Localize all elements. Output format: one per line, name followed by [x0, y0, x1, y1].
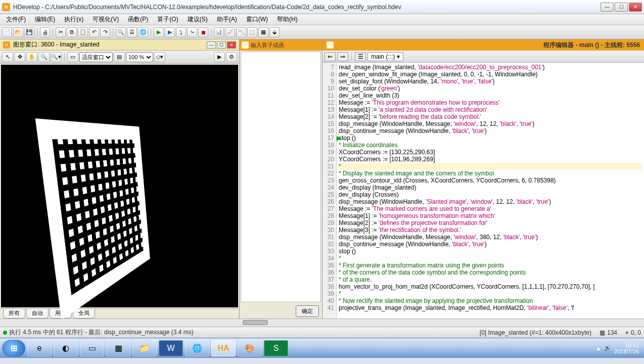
chart5-icon[interactable]: ▦ — [258, 27, 268, 37]
stop-icon[interactable]: ⏹ — [198, 27, 208, 37]
tray-net-icon[interactable]: 🔊 — [604, 345, 611, 351]
undo-icon[interactable]: ↶ — [89, 27, 99, 37]
taskbar-app2-icon[interactable]: ▦ — [106, 340, 130, 356]
taskbar-browser-icon[interactable]: 🌐 — [185, 340, 209, 356]
graphic-window-title: 图形窗口: 3600 - Image_slanted — [13, 40, 100, 49]
graphic-window-pane: H 图形窗口: 3600 - Image_slanted — ☐ ✕ ↖ ✥ ✋… — [0, 39, 240, 318]
paste-icon[interactable]: 📋 — [78, 27, 88, 37]
step-over-icon[interactable]: ⤵ — [176, 27, 186, 37]
code-body[interactable]: read_image (Image_slanted, 'datacode/ecc… — [337, 63, 644, 318]
status-left: 执行 4.5 ms 中的 61 程序行 - 最后: disp_continue_… — [9, 328, 194, 337]
statusbar: 执行 4.5 ms 中的 61 程序行 - 最后: disp_continue_… — [0, 327, 644, 338]
gw-minimize[interactable]: — — [207, 41, 216, 49]
menu-item[interactable]: 可视化(V) — [88, 14, 123, 25]
operator-input-pane: 输入算子或函 确定 — [240, 39, 323, 318]
code-area[interactable]: 7 8 9 10 11 12 13 14 15 16 17 18 19 20 2… — [323, 63, 644, 318]
menu-item[interactable]: 算子(O) — [153, 14, 182, 25]
step-into-icon[interactable]: ⤷ — [187, 27, 197, 37]
taskbar-ie-icon[interactable]: e — [27, 340, 52, 356]
status-num: 134 — [607, 329, 617, 336]
horizontal-scrollbar[interactable] — [0, 318, 644, 327]
fit-select[interactable]: 适应窗口 — [79, 52, 113, 62]
status-dot-icon — [3, 331, 7, 335]
status-image: [0] Image_slanted (#=1: 400x400x1xbyte) — [480, 329, 591, 336]
function-combo[interactable]: main (:::) ▾ — [367, 52, 403, 61]
hand-icon[interactable]: ✋ — [26, 52, 37, 62]
minimize-button[interactable]: — — [601, 3, 614, 12]
open-icon[interactable]: 📂 — [13, 27, 23, 37]
editor-title: 程序编辑器 - main () - 主线程: 5556 — [543, 41, 640, 50]
menu-item[interactable]: 建议(S) — [183, 14, 212, 25]
taskbar-hdevelop-icon[interactable]: HA — [211, 340, 236, 356]
operator-input-area[interactable] — [241, 52, 321, 302]
save-icon[interactable]: 💾 — [24, 27, 34, 37]
halcon-icon: H — [3, 41, 10, 49]
chart4-icon[interactable]: ⬚ — [247, 27, 257, 37]
menu-item[interactable]: 执行(x) — [60, 14, 87, 25]
system-tray[interactable]: ▲ 🔊 10:112018/7/26 — [592, 342, 642, 354]
menu-item[interactable]: 编辑(E) — [31, 14, 59, 25]
zoom-level-icon[interactable]: ▤ — [114, 52, 125, 62]
operator-input-label: 输入算子或函 — [251, 41, 284, 49]
menu-item[interactable]: 文件(F) — [2, 14, 30, 25]
new-icon[interactable]: 📄 — [2, 27, 12, 37]
find-icon[interactable]: 🔍 — [116, 27, 126, 37]
menu-item[interactable]: 函数(P) — [124, 14, 152, 25]
gw-close[interactable]: ✕ — [227, 41, 236, 49]
cut-icon[interactable]: ✂ — [56, 27, 66, 37]
zoom-dropdown-icon[interactable]: 🔍▾ — [51, 52, 62, 62]
graphic-window-titlebar: H 图形窗口: 3600 - Image_slanted — ☐ ✕ — [0, 39, 239, 51]
program-editor-pane: 程序编辑器 - main () - 主线程: 5556 ⇐ ⇒ ☰ main (… — [323, 39, 644, 318]
line-gutter: 7 8 9 10 11 12 13 14 15 16 17 18 19 20 2… — [323, 63, 337, 318]
move-icon[interactable]: ✥ — [14, 52, 25, 62]
title-text: HDevelop - C:/Users/Public/Documents/MVT… — [13, 4, 401, 11]
color-icon[interactable]: ◇▾ — [154, 52, 165, 62]
globe-icon[interactable]: 🌐 — [138, 27, 148, 37]
zoom-icon[interactable]: 🔍 — [38, 52, 50, 62]
step-icon[interactable]: ▶ — [165, 27, 175, 37]
start-button[interactable]: ⊞ — [2, 340, 25, 357]
taskbar: ⊞ e ◐ ▭ ▦ 📁 W 🌐 HA 🎨 S ▲ 🔊 10:112018/7/2… — [0, 338, 644, 358]
copy-icon[interactable]: ⧉ — [67, 27, 77, 37]
graphic-toolbar: ↖ ✥ ✋ 🔍 🔍▾ ▭ 适应窗口 ▤ 100 % ◇▾ ▶ ⚙ — [0, 51, 239, 64]
taskbar-app1-icon[interactable]: ▭ — [80, 340, 104, 356]
gear-icon[interactable]: ⚙ — [226, 52, 237, 62]
tray-flag-icon[interactable]: ▲ — [595, 345, 601, 351]
tab-所有[interactable]: 所有 — [3, 309, 25, 318]
taskbar-explorer-icon[interactable]: 📁 — [132, 340, 157, 356]
run-small-icon[interactable]: ▶ — [214, 52, 225, 62]
list-icon[interactable]: ☰ — [127, 27, 137, 37]
nav-back-icon[interactable]: ⇐ — [325, 52, 336, 61]
print-icon[interactable]: 🖨 — [40, 27, 50, 37]
menu-item[interactable]: 窗口(W) — [242, 14, 272, 25]
chart1-icon[interactable]: 📊 — [214, 27, 224, 37]
menubar: 文件(F)编辑(E)执行(x)可视化(V)函数(P)算子(O)建议(S)助手(A… — [0, 14, 644, 25]
gw-maximize[interactable]: ☐ — [217, 41, 226, 49]
redo-icon[interactable]: ↷ — [100, 27, 110, 37]
taskbar-media-icon[interactable]: ◐ — [54, 340, 78, 356]
zoom-select[interactable]: 100 % — [126, 52, 153, 62]
menu-item[interactable]: 帮助(H) — [273, 14, 302, 25]
run-icon[interactable]: ▶ — [154, 27, 164, 37]
tab-自动[interactable]: 自动 — [26, 309, 49, 318]
ok-button[interactable]: 确定 — [296, 305, 319, 317]
tree-icon[interactable]: ☰ — [355, 52, 366, 61]
clock[interactable]: 10:112018/7/26 — [614, 342, 639, 354]
maximize-button[interactable]: ☐ — [615, 3, 628, 12]
menu-item[interactable]: 助手(A) — [213, 14, 241, 25]
app-icon: H — [2, 3, 10, 11]
graphic-canvas[interactable] — [1, 65, 238, 307]
close-button[interactable]: ✕ — [629, 3, 642, 12]
chart6-icon[interactable]: ⬙ — [269, 27, 280, 37]
pointer-icon[interactable]: ↖ — [2, 52, 13, 62]
taskbar-word-icon[interactable]: W — [159, 340, 183, 356]
titlebar: H HDevelop - C:/Users/Public/Documents/M… — [0, 0, 644, 14]
halcon-icon — [327, 41, 334, 49]
chart3-icon[interactable]: 📉 — [236, 27, 246, 37]
taskbar-paint-icon[interactable]: 🎨 — [238, 340, 262, 356]
chart2-icon[interactable]: 📈 — [225, 27, 235, 37]
tab-全局[interactable]: 全局 — [73, 309, 95, 318]
nav-fwd-icon[interactable]: ⇒ — [337, 52, 348, 61]
taskbar-spread-icon[interactable]: S — [264, 340, 288, 356]
fit-icon[interactable]: ▭ — [67, 52, 78, 62]
